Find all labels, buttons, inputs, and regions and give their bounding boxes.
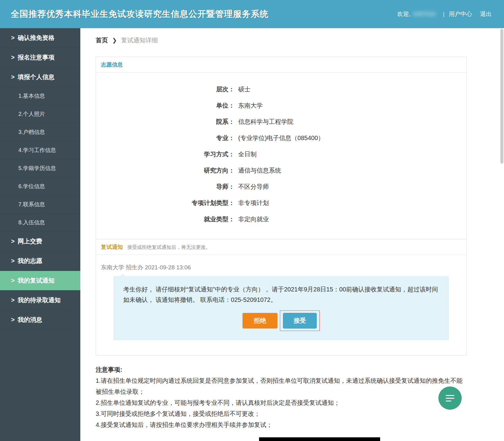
notice-message-bubble: 考生你好， 请仔细核对“复试通知”中的专业（方向）， 请于2021年9月28日1…	[114, 276, 449, 340]
field-row-employment-type: 就业类型： 非定向就业	[96, 211, 466, 227]
field-row-department: 院系： 信息科学与工程学院	[96, 114, 466, 130]
field-label: 研究方向：	[96, 166, 235, 175]
field-row-major: 专业： (专业学位)电子信息（085400）	[96, 130, 466, 146]
volunteer-section-title: 志愿信息	[101, 61, 123, 68]
notice-sender: 东南大学 招生办 2021-09-28 13:06	[101, 264, 461, 272]
sidebar-item-label: 6.学位信息	[18, 183, 45, 190]
chevron-right-icon: >	[11, 74, 15, 81]
notice-body: 东南大学 招生办 2021-09-28 13:06 考生你好， 请仔细核对“复试…	[96, 255, 466, 355]
notice-message-text: 考生你好， 请仔细核对“复试通知”中的专业（方向）， 请于2021年9月28日1…	[123, 284, 439, 305]
sidebar-item-label: 8.入伍信息	[18, 219, 45, 226]
chevron-right-icon: >	[11, 277, 15, 284]
sidebar-item-my-interview-notices[interactable]: > 我的复试通知	[0, 271, 80, 291]
notice-actions: 拒绝 接受	[123, 310, 439, 331]
chevron-right-icon: >	[11, 316, 15, 323]
menu-icon	[446, 398, 454, 399]
header-divider: |	[443, 11, 445, 17]
app-title: 全国推荐优秀本科毕业生免试攻读研究生信息公开暨管理服务系统	[11, 8, 269, 20]
notice-section-header: 复试通知 接受或拒绝复试通知后，将无法更改。	[96, 239, 466, 255]
accept-button[interactable]: 接受	[283, 313, 317, 329]
sidebar-item-label: 网上交费	[18, 237, 42, 245]
chevron-right-icon: >	[11, 297, 15, 304]
sidebar-item-contact-info[interactable]: 7.联系信息	[0, 196, 80, 214]
field-row-study-mode: 学习方式： 全日制	[96, 146, 466, 162]
sidebar-item-label: 确认推免资格	[18, 34, 55, 42]
field-value: 信息科学与工程学院	[238, 118, 293, 126]
menu-fab-button[interactable]	[438, 386, 462, 410]
sidebar-item-household-file[interactable]: 3.户档信息	[0, 123, 80, 141]
volunteer-section-header: 志愿信息	[96, 57, 466, 73]
logout-link[interactable]: 退出	[480, 10, 492, 18]
sidebar-item-study-work[interactable]: 4.学习工作信息	[0, 141, 80, 159]
detail-panel: 志愿信息 层次： 硕士 单位： 东南大学 院系： 信息科学与工程学院 专业： (…	[96, 57, 467, 355]
field-label: 导师：	[96, 183, 235, 191]
home-indicator-bar	[259, 437, 380, 441]
sidebar-item-label: 1.基本信息	[18, 92, 45, 100]
sidebar: > 确认推免资格 > 报名注意事项 > 填报个人信息 1.基本信息 2.个人照片…	[0, 28, 80, 441]
note-item-2: 2.招生单位通知复试的专业，可能与报考专业不同，请认真核对后决定是否接受复试通知…	[96, 397, 467, 408]
sidebar-item-academic-record[interactable]: 5.学籍学历信息	[0, 159, 80, 177]
note-item-4: 4.接受复试通知后，请按招生单位要求办理相关手续并参加复试；	[96, 419, 467, 430]
sidebar-item-label: 我的志愿	[18, 257, 42, 265]
field-label: 专业：	[96, 134, 235, 142]
field-row-research-direction: 研究方向： 通信与信息系统	[96, 162, 466, 179]
notes-section: 注意事项: 1.请在招生单位规定时间内通过系统回复是否同意参加复试，否则招生单位…	[96, 364, 467, 430]
sidebar-item-degree-info[interactable]: 6.学位信息	[0, 177, 80, 196]
sidebar-item-online-payment[interactable]: > 网上交费	[0, 232, 80, 251]
sidebar-item-my-messages[interactable]: > 我的消息	[0, 310, 80, 330]
sidebar-item-label: 填报个人信息	[18, 73, 55, 81]
field-value: (专业学位)电子信息（085400）	[238, 134, 324, 142]
field-label: 学习方式：	[96, 150, 235, 158]
reject-button[interactable]: 拒绝	[242, 313, 277, 329]
user-id-masked: 2307010	[413, 11, 436, 17]
sidebar-item-personal-info[interactable]: > 填报个人信息	[0, 67, 80, 87]
field-value: 通信与信息系统	[238, 166, 281, 175]
accept-highlight-box: 接受	[280, 310, 320, 331]
sidebar-item-basic-info[interactable]: 1.基本信息	[0, 87, 80, 105]
field-value: 东南大学	[238, 101, 263, 110]
breadcrumb-home-link[interactable]: 首页	[96, 36, 108, 44]
sidebar-item-label: 报名注意事项	[18, 53, 55, 62]
sidebar-item-photo[interactable]: 2.个人照片	[0, 105, 80, 123]
field-label: 就业类型：	[96, 215, 235, 223]
sidebar-item-my-admission-notices[interactable]: > 我的待录取通知	[0, 291, 80, 310]
note-item-1: 1.请在招生单位规定时间内通过系统回复是否同意参加复试，否则招生单位可取消复试通…	[96, 375, 467, 397]
field-value: 全日制	[238, 150, 257, 158]
user-center-link[interactable]: 用户中心	[449, 10, 472, 18]
notice-section-title: 复试通知	[101, 243, 123, 251]
field-row-level: 层次： 硕士	[96, 81, 466, 97]
sidebar-item-label: 2.个人照片	[18, 110, 45, 118]
field-label: 层次：	[96, 85, 235, 93]
main-content: 首页 ❯ 复试通知详细 志愿信息 层次： 硕士 单位： 东南大学 院系： 信息科…	[80, 28, 504, 441]
scrollbar-thumb[interactable]	[500, 29, 503, 164]
volunteer-fields: 层次： 硕士 单位： 东南大学 院系： 信息科学与工程学院 专业： (专业学位)…	[96, 73, 466, 239]
app-header: 全国推荐优秀本科毕业生免试攻读研究生信息公开暨管理服务系统 欢迎, 230701…	[0, 0, 504, 28]
sidebar-item-label: 我的待录取通知	[18, 296, 61, 304]
sidebar-item-confirm-eligibility[interactable]: > 确认推免资格	[0, 28, 80, 48]
header-user-area: 欢迎, 2307010 | 用户中心 退出	[397, 10, 492, 18]
sidebar-item-registration-notes[interactable]: > 报名注意事项	[0, 48, 80, 67]
field-label: 专项计划类型：	[96, 199, 235, 207]
menu-icon	[446, 395, 454, 396]
welcome-text: 欢迎,	[397, 10, 410, 18]
field-row-university: 单位： 东南大学	[96, 97, 466, 114]
sidebar-item-my-applications[interactable]: > 我的志愿	[0, 251, 80, 271]
field-value: 非定向就业	[238, 215, 269, 223]
sidebar-item-label: 4.学习工作信息	[18, 146, 56, 154]
breadcrumb-current: 复试通知详细	[121, 36, 158, 44]
sidebar-item-label: 我的消息	[18, 316, 42, 324]
sidebar-item-label: 3.户档信息	[18, 128, 45, 136]
note-item-3: 3.可同时接受或拒绝多个复试通知，接受或拒绝后不可更改；	[96, 408, 467, 419]
chevron-right-icon: >	[11, 257, 15, 264]
sidebar-item-label: 5.学籍学历信息	[18, 165, 56, 172]
sidebar-item-label: 我的复试通知	[18, 276, 55, 285]
sidebar-item-military-info[interactable]: 8.入伍信息	[0, 214, 80, 232]
chevron-right-icon: >	[11, 238, 15, 245]
field-value: 硕士	[238, 85, 250, 93]
field-value: 非专项计划	[238, 199, 269, 207]
field-value: 不区分导师	[238, 183, 269, 191]
field-row-advisor: 导师： 不区分导师	[96, 179, 466, 195]
breadcrumb-chevron-icon: ❯	[112, 37, 117, 44]
field-label: 单位：	[96, 101, 235, 110]
notice-section-subtitle: 接受或拒绝复试通知后，将无法更改。	[127, 244, 211, 251]
